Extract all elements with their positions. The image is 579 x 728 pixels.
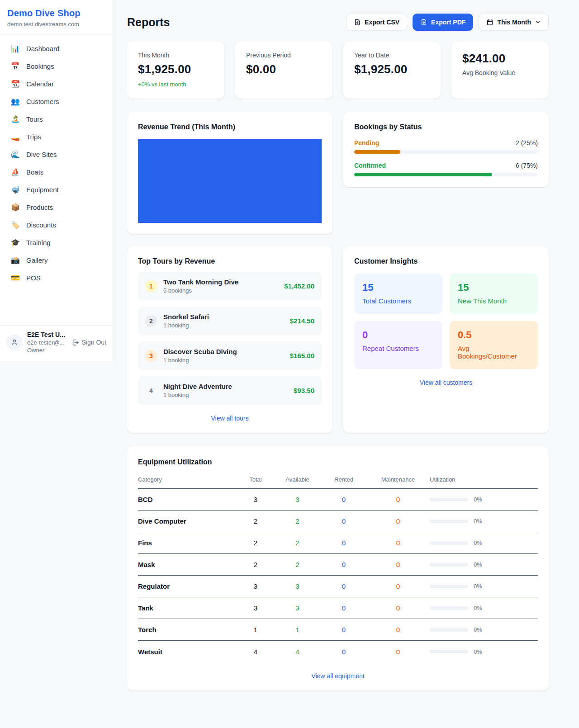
sidebar-item-tours[interactable]: 🏝️ Tours bbox=[7, 110, 105, 128]
sailboat-icon: ⛵ bbox=[11, 168, 20, 176]
top-tours-card: Top Tours by Revenue 1 Two Tank Morning … bbox=[127, 246, 332, 433]
graduation-cap-icon: 🎓 bbox=[11, 238, 20, 247]
column-header: Rented bbox=[321, 476, 366, 483]
sidebar-item-discounts[interactable]: 🏷️ Discounts bbox=[7, 216, 105, 234]
export-csv-button[interactable]: Export CSV bbox=[346, 14, 407, 31]
available-cell: 1 bbox=[274, 626, 321, 633]
camera-icon: 📸 bbox=[11, 256, 20, 265]
tour-name: Discover Scuba Diving bbox=[163, 348, 237, 355]
status-row-confirmed: Confirmed 6 (75%) bbox=[354, 162, 538, 176]
shop-name[interactable]: Demo Dive Shop bbox=[7, 8, 105, 19]
wave-icon: 🌊 bbox=[11, 150, 20, 159]
sidebar-item-equipment[interactable]: 🤿 Equipment bbox=[7, 181, 105, 199]
export-pdf-button[interactable]: Export PDF bbox=[413, 14, 473, 31]
stat-label: Avg Booking Value bbox=[462, 69, 538, 76]
sidebar-nav: 📊 Dashboard 📅 Bookings 📆 Calendar 👥 Cust… bbox=[0, 34, 113, 325]
tile-new-this-month: 15 New This Month bbox=[450, 274, 538, 314]
equipment-utilization-card: Equipment Utilization Category Total Ava… bbox=[127, 446, 549, 690]
diving-mask-icon: 🤿 bbox=[11, 185, 20, 194]
rank-badge: 4 bbox=[145, 385, 157, 397]
rented-cell: 0 bbox=[321, 582, 366, 590]
stat-card-previous-period: Previous Period $0.00 bbox=[235, 42, 332, 99]
view-all-equipment-link[interactable]: View all equipment bbox=[138, 672, 538, 680]
view-all-customers-link[interactable]: View all customers bbox=[354, 379, 538, 386]
column-header: Maintenance bbox=[366, 476, 430, 483]
status-row-pending: Pending 2 (25%) bbox=[354, 139, 538, 154]
list-item: 4 Night Dive Adventure 1 booking $93.50 bbox=[138, 376, 322, 405]
rented-cell: 0 bbox=[321, 648, 366, 656]
view-all-tours-link[interactable]: View all tours bbox=[138, 415, 322, 422]
sidebar-item-customers[interactable]: 👥 Customers bbox=[7, 93, 105, 110]
main-content: Reports Export CSV Exp bbox=[113, 0, 579, 690]
sidebar-item-pos[interactable]: 💳 POS bbox=[7, 269, 105, 287]
sidebar-item-products[interactable]: 📦 Products bbox=[7, 199, 105, 216]
utilization-bar bbox=[430, 650, 468, 653]
rented-cell: 0 bbox=[321, 517, 366, 525]
sidebar-item-label: Calendar bbox=[26, 80, 54, 88]
sidebar-item-calendar[interactable]: 📆 Calendar bbox=[7, 75, 105, 93]
utilization-pct: 0% bbox=[474, 648, 482, 655]
sidebar-item-label: Gallery bbox=[26, 256, 48, 264]
maintenance-cell: 0 bbox=[366, 626, 430, 633]
status-label: Confirmed bbox=[354, 162, 386, 169]
sign-out-label: Sign Out bbox=[82, 339, 106, 346]
sign-out-button[interactable]: Sign Out bbox=[71, 339, 106, 346]
calendar-icon bbox=[486, 19, 494, 26]
stat-label: Previous Period bbox=[246, 52, 322, 59]
speedboat-icon: 🚤 bbox=[11, 132, 20, 141]
card-title: Bookings by Status bbox=[354, 123, 538, 131]
rank-badge: 1 bbox=[145, 280, 157, 292]
page-header: Reports Export CSV Exp bbox=[127, 14, 549, 31]
category-cell: Dive Computer bbox=[138, 517, 237, 525]
sidebar-user-box: E2E Test U... e2e-tester@... Owner Sign … bbox=[0, 325, 113, 361]
utilization-bar bbox=[430, 606, 468, 610]
sidebar-item-label: Training bbox=[26, 239, 51, 246]
island-icon: 🏝️ bbox=[11, 115, 20, 123]
tour-name: Snorkel Safari bbox=[163, 313, 209, 321]
calendar-icon: 📆 bbox=[11, 80, 20, 88]
sidebar-item-dive-sites[interactable]: 🌊 Dive Sites bbox=[7, 146, 105, 163]
card-title: Equipment Utilization bbox=[138, 458, 538, 466]
period-dropdown[interactable]: This Month bbox=[479, 14, 549, 31]
utilization-pct: 0% bbox=[474, 583, 482, 590]
tour-name: Night Dive Adventure bbox=[163, 383, 232, 390]
sidebar-item-label: Dive Sites bbox=[26, 151, 57, 158]
stats-row: This Month $1,925.00 +0% vs last month P… bbox=[127, 42, 549, 99]
tile-value: 0.5 bbox=[458, 329, 530, 341]
category-cell: Torch bbox=[138, 626, 237, 633]
category-cell: Mask bbox=[138, 561, 237, 568]
stat-value: $1,925.00 bbox=[354, 62, 430, 76]
tile-total-customers: 15 Total Customers bbox=[354, 274, 442, 314]
utilization-pct: 0% bbox=[474, 518, 482, 525]
available-cell: 3 bbox=[274, 496, 321, 503]
card-title: Revenue Trend (This Month) bbox=[138, 123, 322, 131]
user-role: Owner bbox=[27, 347, 65, 354]
total-cell: 3 bbox=[237, 582, 274, 590]
tour-bookings: 1 booking bbox=[163, 392, 232, 398]
sidebar-item-bookings[interactable]: 📅 Bookings bbox=[7, 57, 105, 75]
user-email: e2e-tester@... bbox=[27, 339, 65, 346]
export-pdf-label: Export PDF bbox=[431, 19, 465, 26]
sidebar-item-boats[interactable]: ⛵ Boats bbox=[7, 163, 105, 181]
utilization-bar bbox=[430, 498, 468, 501]
utilization-cell: 0% bbox=[430, 648, 538, 655]
utilization-cell: 0% bbox=[430, 561, 538, 568]
list-item: 3 Discover Scuba Diving 1 booking $165.0… bbox=[138, 341, 322, 370]
sidebar-item-trips[interactable]: 🚤 Trips bbox=[7, 128, 105, 146]
shop-domain: demo.test.divestreams.com bbox=[7, 21, 105, 28]
utilization-bar bbox=[430, 563, 468, 567]
stat-value: $0.00 bbox=[246, 62, 322, 76]
utilization-cell: 0% bbox=[430, 583, 538, 590]
available-cell: 2 bbox=[274, 517, 321, 525]
sidebar-item-gallery[interactable]: 📸 Gallery bbox=[7, 251, 105, 269]
table-row: Dive Computer 2 2 0 0 0% bbox=[138, 511, 538, 532]
tour-revenue: $93.50 bbox=[294, 387, 314, 394]
total-cell: 3 bbox=[237, 604, 274, 612]
sidebar-item-training[interactable]: 🎓 Training bbox=[7, 234, 105, 251]
customers-icon: 👥 bbox=[11, 97, 20, 106]
sidebar-item-dashboard[interactable]: 📊 Dashboard bbox=[7, 40, 105, 57]
file-download-icon bbox=[354, 19, 361, 26]
sidebar-item-label: POS bbox=[26, 274, 41, 282]
available-cell: 4 bbox=[274, 648, 321, 656]
user-name: E2E Test U... bbox=[27, 331, 65, 338]
